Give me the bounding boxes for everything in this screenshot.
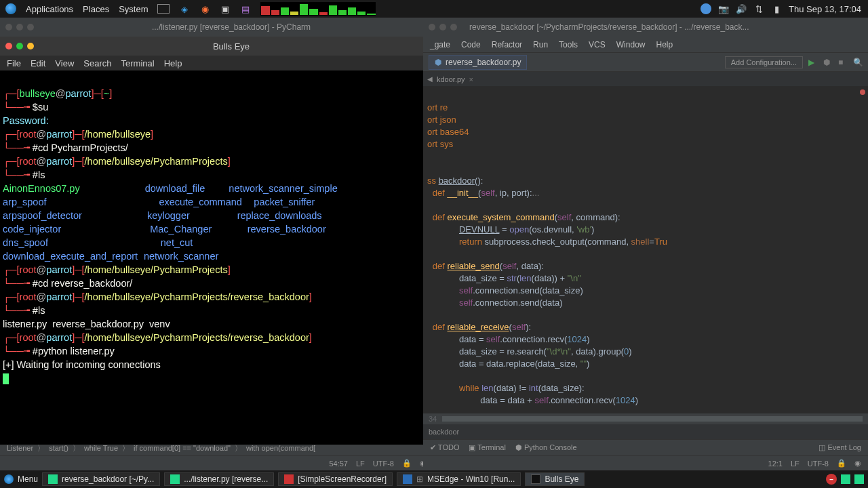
lock-icon: 🔒 [402, 459, 412, 468]
task-item[interactable]: ⊞ MSEdge - Win10 [Run... [397, 472, 521, 486]
file-tab[interactable]: ⬢ reverse_backdoor.py [429, 55, 527, 70]
menu-file[interactable]: File [7, 58, 21, 68]
window-controls[interactable] [423, 24, 462, 30]
task-item[interactable]: [SimpleScreenRecorder] [278, 472, 393, 486]
workspace-icon[interactable] [157, 4, 170, 14]
clock[interactable]: Thu Sep 13, 17:04 [789, 4, 861, 14]
task-item[interactable]: Bulls Eye [525, 472, 585, 486]
terminal-titlebar[interactable]: Bulls Eye [0, 37, 423, 56]
gutter-bottom: 34 [423, 413, 868, 424]
window-controls[interactable] [0, 24, 39, 30]
editor-area[interactable]: ort re ort json ort base64 ort sys ss ba… [423, 87, 868, 413]
line-sep[interactable]: LF [356, 460, 365, 468]
menu-search[interactable]: Search [83, 58, 111, 68]
menu-navigate[interactable]: _gate [430, 40, 450, 49]
toolbar: ⬢ reverse_backdoor.py Add Configuration.… [423, 53, 868, 72]
encoding[interactable]: UTF-8 [373, 460, 394, 468]
menu-applications[interactable]: Applications [26, 4, 73, 14]
recorder-icon [284, 474, 294, 484]
breadcrumbs[interactable]: backdoor [423, 424, 868, 439]
error-marker-icon[interactable] [860, 89, 865, 95]
distro-logo-icon[interactable] [4, 474, 14, 484]
encoding[interactable]: UTF-8 [808, 460, 829, 468]
pycharm-tray-icon[interactable] [841, 474, 850, 484]
file-tab-label: reverse_backdoor.py [446, 58, 521, 67]
horizontal-scrollbar[interactable] [442, 416, 863, 422]
terminal-window: Bulls Eye File Edit View Search Terminal… [0, 37, 423, 445]
caret-position: 54:57 [329, 460, 348, 468]
distro-logo-icon [5, 3, 16, 14]
pycharm-left-titlebar[interactable]: .../listener.py [reverse_backdoor] - PyC… [0, 18, 423, 37]
lock-icon: 🔒 [837, 459, 846, 468]
python-console-tool[interactable]: ⬢ Python Console [515, 443, 577, 452]
caret-position: 12:1 [768, 460, 783, 468]
menu-edit[interactable]: Edit [31, 58, 45, 68]
firefox-icon[interactable]: ◉ [199, 3, 210, 14]
menu-vcs[interactable]: VCS [589, 40, 606, 49]
menu-window[interactable]: Window [616, 40, 646, 49]
menu-tools[interactable]: Tools [559, 40, 578, 49]
window-title: reverse_backdoor [~/PycharmProjects/reve… [462, 22, 749, 32]
inspect-icon[interactable]: ◉ [854, 459, 861, 468]
ide-menu: _gate Code Refactor Run Tools VCS Window… [423, 37, 868, 53]
telegram-icon[interactable]: ◈ [179, 3, 190, 14]
window-title: Bulls Eye [39, 41, 423, 52]
status-bar: 54:57 LF UTF-8 🔒 ◉ ⊡ [0, 455, 448, 470]
task-item[interactable]: .../listener.py [reverse... [164, 472, 274, 486]
menu-button[interactable]: Menu [18, 474, 38, 484]
system-monitor-graph[interactable] [260, 2, 376, 16]
line-number: 34 [429, 415, 437, 423]
window-title: .../listener.py [reverse_backdoor] - PyC… [39, 22, 423, 32]
no-entry-icon[interactable]: – [826, 474, 837, 485]
run-icon[interactable]: ▶ [808, 58, 818, 67]
line-sep[interactable]: LF [791, 460, 800, 468]
menu-system[interactable]: System [119, 4, 148, 14]
tool-window-bar: ✔ TODO ▣ Terminal ⬢ Python Console ◫ Eve… [423, 439, 868, 455]
camera-icon[interactable]: 📷 [718, 3, 729, 14]
pycharm-tray-icon[interactable] [854, 474, 864, 484]
menu-terminal[interactable]: Terminal [121, 58, 155, 68]
search-icon[interactable]: 🔍 [853, 58, 863, 67]
debug-icon[interactable]: ⬢ [823, 58, 833, 67]
todo-tool[interactable]: ✔ TODO [430, 443, 459, 452]
event-log-tool[interactable]: ◫ Event Log [818, 443, 861, 452]
menu-refactor[interactable]: Refactor [492, 40, 522, 49]
editor-tab[interactable]: kdoor.py [437, 75, 465, 83]
network-icon[interactable]: ⇅ [753, 3, 764, 14]
pycharm-icon [48, 474, 58, 484]
stop-icon[interactable]: ■ [838, 58, 848, 67]
status-bar: 12:1 LF UTF-8 🔒 ◉ [423, 455, 868, 470]
terminal-menu: File Edit View Search Terminal Help [0, 56, 423, 70]
terminal-content[interactable]: ┌─[bullseye@parrot]─[~] └──╼ $su Passwor… [0, 70, 423, 401]
close-tab-icon[interactable]: × [469, 75, 473, 83]
battery-icon[interactable]: ▮ [771, 3, 782, 14]
virtualbox-icon [403, 474, 412, 484]
pycharm-right-titlebar[interactable]: reverse_backdoor [~/PycharmProjects/reve… [423, 18, 868, 37]
terminal-tool[interactable]: ▣ Terminal [469, 443, 505, 452]
notes-icon[interactable]: ▤ [240, 3, 251, 14]
system-menu-bar: Applications Places System ◈ ◉ ▣ ▤ 📷 🔊 ⇅… [0, 0, 868, 18]
menu-run[interactable]: Run [533, 40, 548, 49]
volume-icon[interactable]: 🔊 [736, 3, 747, 14]
window-controls[interactable] [0, 43, 39, 49]
collapse-icon[interactable]: ◀ [427, 75, 433, 83]
terminal-cursor [3, 373, 9, 384]
menu-places[interactable]: Places [83, 4, 109, 14]
terminal-icon [531, 474, 540, 484]
menu-view[interactable]: View [55, 58, 74, 68]
tray-app-icon[interactable] [701, 3, 711, 14]
menu-help[interactable]: Help [656, 40, 673, 49]
python-file-icon: ⬢ [435, 58, 441, 67]
run-config-dropdown[interactable]: Add Configuration... [725, 56, 803, 68]
pycharm-right-window: _gate Code Refactor Run Tools VCS Window… [423, 37, 868, 470]
menu-help[interactable]: Help [164, 58, 182, 68]
editor-tabs: ◀ kdoor.py × [423, 72, 868, 87]
taskbar: Menu reverse_backdoor [~/Py... .../liste… [0, 470, 868, 488]
terminal-icon[interactable]: ▣ [220, 3, 231, 14]
menu-code[interactable]: Code [461, 40, 481, 49]
task-item[interactable]: reverse_backdoor [~/Py... [42, 472, 160, 486]
pycharm-icon [170, 474, 180, 484]
